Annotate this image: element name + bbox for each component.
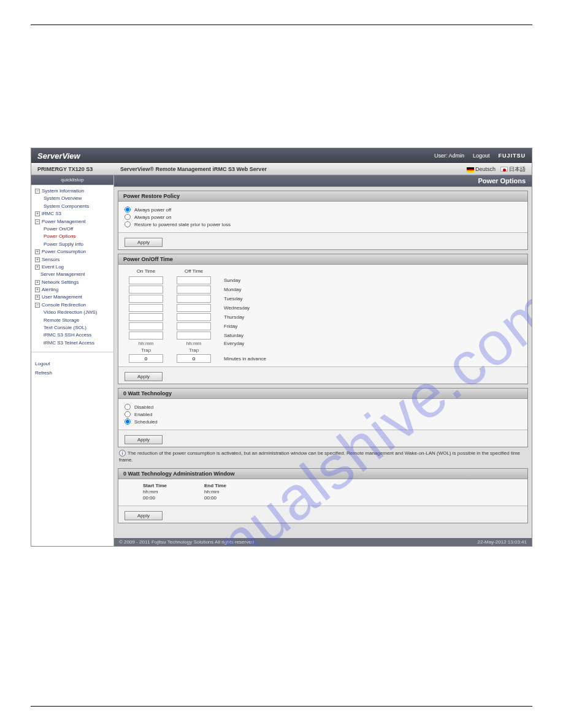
flag-jp-icon	[500, 167, 508, 172]
nav-power-supply[interactable]: Power Supply Info	[35, 241, 110, 248]
expand-icon[interactable]: +	[35, 295, 40, 300]
apply-admin-button[interactable]: Apply	[124, 511, 163, 520]
trap-off-input[interactable]	[177, 354, 211, 363]
info-note: iThe reduction of the power consumption …	[114, 447, 532, 464]
nav-system-overview[interactable]: System Overview	[35, 195, 110, 202]
info-text: The reduction of the power consumption i…	[119, 450, 520, 463]
col-on-time: On Time	[124, 268, 167, 275]
nav-tree: −System Information System Overview Syst…	[31, 185, 113, 349]
nav-video-redirection[interactable]: Video Redirection (JWS)	[35, 309, 110, 316]
off-time-tuesday[interactable]	[177, 295, 211, 303]
lang-de[interactable]: Deutsch	[467, 166, 496, 172]
bottom-rule	[31, 706, 532, 707]
trap-on-input[interactable]	[129, 354, 163, 363]
nav-remote-storage[interactable]: Remote Storage	[35, 317, 110, 324]
nav-event-log[interactable]: +Event Log	[35, 264, 110, 271]
lang-jp[interactable]: 日本語	[500, 165, 526, 173]
brand-logo: ServerView	[37, 151, 434, 161]
off-time-saturday[interactable]	[177, 332, 211, 339]
nav-ssh-access[interactable]: iRMC S3 SSH Access	[35, 332, 110, 339]
radio-watt-scheduled[interactable]	[124, 419, 131, 425]
expand-icon[interactable]: +	[35, 257, 40, 262]
nav-user-management[interactable]: +User Management	[35, 294, 110, 301]
label-always-on: Always power on	[134, 214, 171, 220]
on-time-saturday[interactable]	[129, 332, 163, 339]
panel-header-schedule: Power On/Off Time	[118, 254, 527, 265]
apply-schedule-button[interactable]: Apply	[124, 372, 163, 381]
radio-always-on[interactable]	[124, 214, 131, 220]
sidebar: quicklistop −System Information System O…	[31, 175, 114, 546]
nav-power-onoff[interactable]: Power On/Off	[35, 226, 110, 233]
off-time-wednesday[interactable]	[177, 304, 211, 312]
radio-restore[interactable]	[124, 221, 131, 227]
sidebar-refresh[interactable]: Refresh	[35, 370, 110, 376]
minutes-label: Minutes in advance	[220, 356, 521, 362]
nav-alerting[interactable]: +Alerting	[35, 286, 110, 294]
on-time-friday[interactable]	[129, 322, 163, 330]
off-time-friday[interactable]	[177, 322, 211, 330]
radio-watt-disabled[interactable]	[124, 404, 131, 410]
off-time-thursday[interactable]	[177, 313, 211, 321]
collapse-icon[interactable]: −	[35, 303, 40, 308]
on-time-wednesday[interactable]	[129, 304, 163, 312]
nav-power-management[interactable]: −Power Management	[35, 218, 110, 226]
expand-icon[interactable]: +	[35, 249, 40, 254]
radio-watt-enabled[interactable]	[124, 411, 131, 417]
day-label: Tuesday	[220, 296, 521, 301]
day-label: Friday	[220, 324, 521, 329]
expand-icon[interactable]: +	[35, 280, 40, 285]
panel-watt: 0 Watt Technology Disabled Enabled Sched…	[118, 388, 528, 447]
trap-label-on: Trap	[124, 347, 167, 353]
start-value: 00:00	[143, 495, 192, 501]
expand-icon[interactable]: +	[35, 287, 40, 292]
label-always-off: Always power off	[134, 207, 171, 213]
user-label: User: Admin	[434, 153, 464, 159]
end-value: 00:00	[204, 495, 253, 501]
logout-link[interactable]: Logout	[473, 153, 490, 159]
screenshot-container: ServerView User: Admin Logout FUJITSU PR…	[31, 148, 532, 547]
nav-server-management[interactable]: Server Management	[35, 271, 110, 278]
footer-datetime: 22-May-2012 13:03:41	[478, 539, 527, 545]
nav-sensors[interactable]: +Sensors	[35, 256, 110, 264]
apply-restore-button[interactable]: Apply	[124, 238, 163, 247]
nav-system-components[interactable]: System Components	[35, 203, 110, 210]
sub-bar: PRIMERGY TX120 S3 ServerView® Remote Man…	[31, 163, 532, 175]
day-label: Saturday	[220, 333, 521, 338]
day-label: Everyday	[220, 341, 521, 346]
collapse-icon[interactable]: −	[35, 189, 40, 194]
brand-text: ServerView	[37, 151, 80, 161]
apply-watt-button[interactable]: Apply	[124, 435, 163, 444]
start-hint: hh:mm	[143, 489, 192, 495]
nav-power-consumption[interactable]: +Power Consumption	[35, 248, 110, 256]
col-off-time: Off Time	[172, 268, 215, 275]
on-time-sunday[interactable]	[129, 276, 163, 284]
panel-header-restore: Power Restore Policy	[118, 191, 527, 202]
nav-telnet-access[interactable]: iRMC S3 Telnet Access	[35, 339, 110, 347]
sidebar-logout[interactable]: Logout	[35, 361, 110, 366]
off-time-sunday[interactable]	[177, 276, 211, 284]
nav-power-options[interactable]: Power Options	[35, 233, 110, 240]
on-time-thursday[interactable]	[129, 313, 163, 321]
page-title: Power Options	[114, 175, 532, 187]
on-time-tuesday[interactable]	[129, 295, 163, 303]
day-label: Thursday	[220, 314, 521, 320]
expand-icon[interactable]: +	[35, 211, 40, 216]
on-time-monday[interactable]	[129, 286, 163, 294]
nav-text-console[interactable]: Text Console (SOL)	[35, 324, 110, 332]
expand-icon[interactable]: +	[35, 265, 40, 270]
nav-console[interactable]: −Console Redirection	[35, 301, 110, 309]
content-area: Power Options Power Restore Policy Alway…	[114, 175, 532, 546]
panel-header-watt: 0 Watt Technology	[118, 389, 527, 399]
flag-de-icon	[467, 167, 474, 172]
label-watt-disabled: Disabled	[134, 404, 153, 410]
panel-schedule: Power On/Off Time On Time Off Time Sunda…	[118, 254, 528, 384]
nav-system-information[interactable]: −System Information	[35, 188, 110, 195]
panel-restore-policy: Power Restore Policy Always power off Al…	[118, 191, 528, 250]
label-watt-enabled: Enabled	[134, 412, 152, 417]
info-icon: i	[119, 450, 126, 457]
radio-always-off[interactable]	[124, 207, 131, 213]
nav-network[interactable]: +Network Settings	[35, 279, 110, 286]
collapse-icon[interactable]: −	[35, 219, 40, 224]
nav-irmc-s3[interactable]: +iRMC S3	[35, 210, 110, 218]
off-time-monday[interactable]	[177, 286, 211, 294]
